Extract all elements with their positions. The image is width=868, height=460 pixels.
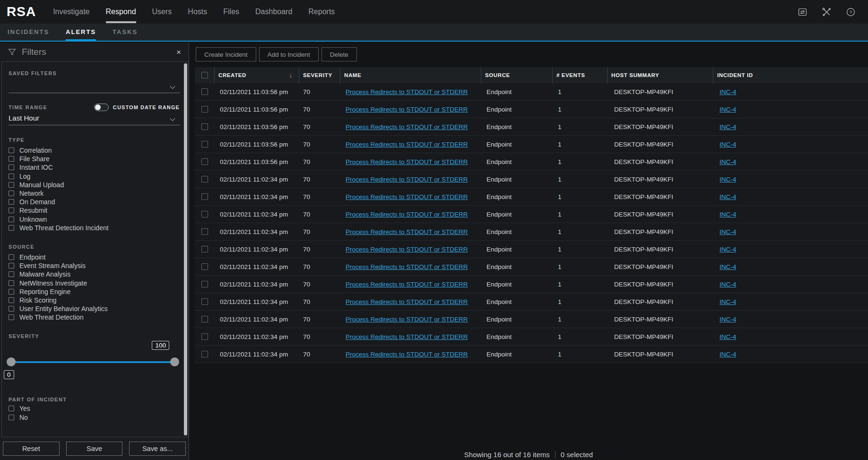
- incident-id-link[interactable]: INC-4: [720, 193, 736, 200]
- nav-item-dashboard[interactable]: Dashboard: [255, 0, 292, 24]
- incident-id-link[interactable]: INC-4: [720, 228, 736, 235]
- row-checkbox[interactable]: [201, 298, 208, 305]
- table-row[interactable]: 02/11/2021 11:02:34 pm 70 Process Redire…: [195, 206, 868, 223]
- row-checkbox[interactable]: [201, 316, 208, 322]
- row-checkbox[interactable]: [201, 263, 208, 270]
- table-row[interactable]: 02/11/2021 11:03:56 pm 70 Process Redire…: [195, 153, 868, 171]
- alert-name-link[interactable]: Process Redirects to STDOUT or STDERR: [346, 211, 468, 218]
- alert-name-link[interactable]: Process Redirects to STDOUT or STDERR: [346, 298, 468, 305]
- nav-item-reports[interactable]: Reports: [308, 0, 335, 24]
- alert-name-link[interactable]: Process Redirects to STDOUT or STDERR: [346, 88, 468, 95]
- filter-option[interactable]: No: [9, 413, 188, 422]
- table-row[interactable]: 02/11/2021 11:02:34 pm 70 Process Redire…: [195, 171, 868, 188]
- filter-option[interactable]: NetWitness Investigate: [9, 278, 188, 287]
- table-row[interactable]: 02/11/2021 11:02:34 pm 70 Process Redire…: [195, 293, 868, 311]
- filters-close-icon[interactable]: ×: [176, 48, 181, 56]
- checkbox[interactable]: [9, 306, 14, 312]
- checkbox[interactable]: [9, 297, 14, 303]
- saved-filters-select[interactable]: [9, 77, 180, 93]
- incident-id-link[interactable]: INC-4: [720, 123, 736, 130]
- filter-option[interactable]: Log: [9, 172, 188, 181]
- admin-tools-icon[interactable]: [822, 7, 832, 17]
- column-header-host[interactable]: HOST SUMMARY: [607, 67, 713, 83]
- table-row[interactable]: 02/11/2021 11:02:34 pm 70 Process Redire…: [195, 241, 868, 258]
- checkbox[interactable]: [9, 225, 14, 231]
- row-checkbox[interactable]: [201, 123, 208, 130]
- table-row[interactable]: 02/11/2021 11:02:34 pm 70 Process Redire…: [195, 346, 868, 363]
- checkbox[interactable]: [9, 156, 14, 162]
- table-row[interactable]: 02/11/2021 11:03:56 pm 70 Process Redire…: [195, 136, 868, 153]
- row-checkbox[interactable]: [201, 176, 208, 182]
- column-header-created[interactable]: CREATED ↓: [214, 67, 299, 83]
- filter-option[interactable]: Endpoint: [9, 253, 188, 261]
- alert-name-link[interactable]: Process Redirects to STDOUT or STDERR: [346, 281, 468, 288]
- row-checkbox[interactable]: [201, 141, 208, 148]
- filters-scrollbar[interactable]: [184, 63, 187, 435]
- row-checkbox[interactable]: [201, 351, 208, 357]
- severity-slider-track[interactable]: [9, 361, 175, 363]
- checkbox[interactable]: [9, 217, 14, 222]
- help-icon[interactable]: ?: [846, 7, 856, 17]
- chevron-down-icon[interactable]: [169, 86, 176, 90]
- column-header-incident[interactable]: INCIDENT ID: [713, 67, 868, 83]
- save-as-button[interactable]: Save as...: [129, 442, 186, 456]
- nav-item-respond[interactable]: Respond: [106, 0, 136, 24]
- checkbox[interactable]: [9, 271, 14, 277]
- create-incident-button[interactable]: Create Incident: [196, 47, 256, 61]
- add-to-incident-button[interactable]: Add to Incident: [259, 47, 319, 61]
- table-row[interactable]: 02/11/2021 11:03:56 pm 70 Process Redire…: [195, 83, 868, 101]
- alert-name-link[interactable]: Process Redirects to STDOUT or STDERR: [346, 228, 468, 235]
- table-row[interactable]: 02/11/2021 11:02:34 pm 70 Process Redire…: [195, 276, 868, 293]
- column-header-source[interactable]: SOURCE: [481, 67, 552, 83]
- filter-option[interactable]: File Share: [9, 155, 188, 163]
- incident-id-link[interactable]: INC-4: [720, 263, 736, 270]
- incident-id-link[interactable]: INC-4: [720, 211, 736, 218]
- checkbox[interactable]: [9, 165, 14, 170]
- incident-id-link[interactable]: INC-4: [720, 88, 736, 95]
- severity-slider-handle-max[interactable]: [170, 357, 179, 366]
- alert-name-link[interactable]: Process Redirects to STDOUT or STDERR: [346, 106, 468, 113]
- checkbox[interactable]: [9, 406, 14, 411]
- filter-option[interactable]: Yes: [9, 404, 188, 413]
- filter-option[interactable]: Instant IOC: [9, 163, 188, 172]
- save-button[interactable]: Save: [66, 442, 123, 456]
- checkbox[interactable]: [9, 199, 14, 205]
- row-checkbox[interactable]: [201, 228, 208, 235]
- incident-id-link[interactable]: INC-4: [720, 316, 736, 323]
- sort-desc-icon[interactable]: ↓: [289, 71, 293, 79]
- table-row[interactable]: 02/11/2021 11:02:34 pm 70 Process Redire…: [195, 328, 868, 346]
- filter-option[interactable]: Manual Upload: [9, 181, 188, 189]
- filter-option[interactable]: Web Threat Detection: [9, 313, 188, 321]
- severity-slider-handle-min[interactable]: [7, 357, 16, 366]
- column-header-name[interactable]: NAME: [340, 67, 481, 83]
- nav-item-users[interactable]: Users: [152, 0, 172, 24]
- table-row[interactable]: 02/11/2021 11:02:34 pm 70 Process Redire…: [195, 223, 868, 241]
- row-checkbox[interactable]: [201, 88, 208, 95]
- alert-name-link[interactable]: Process Redirects to STDOUT or STDERR: [346, 176, 468, 183]
- checkbox[interactable]: [9, 263, 14, 269]
- checkbox[interactable]: [9, 415, 14, 420]
- column-header-severity[interactable]: SEVERITY: [299, 67, 340, 83]
- nav-item-files[interactable]: Files: [223, 0, 239, 24]
- incident-id-link[interactable]: INC-4: [720, 158, 736, 165]
- column-header-events[interactable]: # EVENTS: [552, 67, 607, 83]
- delete-button[interactable]: Delete: [321, 47, 357, 61]
- row-checkbox[interactable]: [201, 333, 208, 340]
- row-checkbox[interactable]: [201, 106, 208, 113]
- tab-tasks[interactable]: TASKS: [113, 24, 138, 41]
- select-all-checkbox[interactable]: [201, 72, 208, 78]
- incident-id-link[interactable]: INC-4: [720, 106, 736, 113]
- nav-item-hosts[interactable]: Hosts: [188, 0, 207, 24]
- row-checkbox[interactable]: [201, 193, 208, 200]
- filter-option[interactable]: Event Stream Analysis: [9, 261, 188, 270]
- row-checkbox[interactable]: [201, 211, 208, 217]
- incident-id-link[interactable]: INC-4: [720, 176, 736, 183]
- alert-name-link[interactable]: Process Redirects to STDOUT or STDERR: [346, 246, 468, 253]
- checkbox[interactable]: [9, 191, 14, 196]
- checkbox[interactable]: [9, 280, 14, 286]
- tab-incidents[interactable]: INCIDENTS: [8, 24, 49, 41]
- alert-name-link[interactable]: Process Redirects to STDOUT or STDERR: [346, 351, 468, 358]
- checkbox[interactable]: [9, 148, 14, 153]
- preferences-icon[interactable]: [798, 7, 807, 17]
- checkbox[interactable]: [9, 314, 14, 320]
